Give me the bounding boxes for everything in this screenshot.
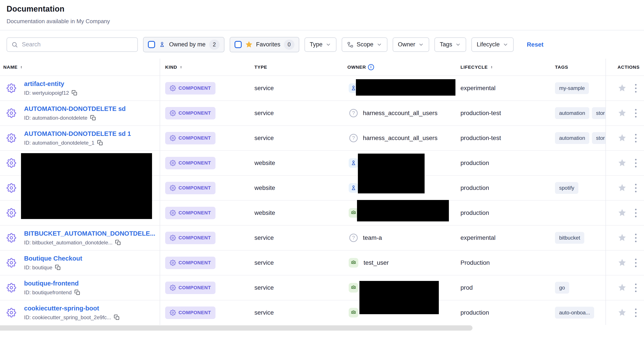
kebab-menu-icon[interactable] [633,283,638,293]
chevron-down-icon [503,42,508,48]
entity-name-block: Boutique CheckoutID: boutique [24,255,82,270]
kebab-menu-icon[interactable] [633,258,638,268]
tags-filter-dropdown[interactable]: Tags [434,38,466,52]
copy-icon[interactable] [72,90,78,96]
favorite-star-icon[interactable] [618,208,627,218]
horizontal-scrollbar-thumb[interactable] [0,325,472,330]
favorite-star-icon[interactable] [618,108,627,118]
scope-filter-dropdown[interactable]: Scope [342,38,388,52]
favorites-count: 0 [284,40,294,50]
copy-icon[interactable] [74,290,80,295]
name-cell: AUTOMATION-DONOTDELETE sd 1ID: automatio… [0,130,160,146]
gear-icon [6,208,16,218]
type-cell: service [254,85,348,92]
actions-cell [606,133,644,143]
lifecycle-filter-dropdown[interactable]: Lifecycle [472,38,514,52]
kebab-menu-icon[interactable] [633,108,638,118]
column-header-type: TYPE [254,64,348,70]
owner-cell: ?harness_account_all_users [348,134,460,142]
favorite-star-icon[interactable] [618,134,627,143]
gear-icon [170,110,176,116]
kind-badge-label: COMPONENT [178,185,211,191]
lifecycle-value: experimental [460,85,496,92]
column-header-kind[interactable]: KIND [160,64,254,70]
question-mark-icon: ? [349,234,358,242]
tags-cell: my-sample [555,82,606,94]
entity-name-block: AUTOMATION-DONOTDELETE sdID: automation-… [24,105,126,121]
kebab-menu-icon[interactable] [633,208,638,218]
name-cell: BITBUCKET_AUTOMATION_DONOTDELE...ID: bit… [0,230,160,246]
user-icon [349,158,358,168]
kebab-menu-icon[interactable] [633,158,638,168]
copy-icon[interactable] [115,240,121,246]
kebab-menu-icon[interactable] [633,183,638,193]
gear-icon [6,133,16,143]
kind-badge: COMPONENT [165,282,216,294]
favorites-filter[interactable]: Favorites 0 [230,37,299,52]
owned-by-me-filter[interactable]: Owned by me 2 [143,37,224,52]
column-header-owner: OWNER i [348,64,460,70]
kebab-menu-icon[interactable] [633,308,638,318]
favorite-star-icon[interactable] [618,233,627,242]
gear-icon [6,283,16,292]
type-value: service [254,309,274,316]
copy-icon[interactable] [97,140,103,146]
kebab-menu-icon[interactable] [633,83,638,94]
column-header-lifecycle[interactable]: LIFECYCLE [460,64,555,70]
entity-name-link[interactable]: AUTOMATION-DONOTDELETE sd 1 [24,130,131,138]
gear-icon [6,183,16,193]
entity-name-link[interactable]: AUTOMATION-DONOTDELETE sd [24,105,126,112]
favorite-star-icon[interactable] [618,84,627,93]
page-header: Documentation Documentation available in… [0,0,644,30]
info-icon[interactable]: i [368,64,374,70]
table-row: BITBUCKET_AUTOMATION_DONOTDELE...ID: bit… [0,225,644,250]
tags-cell: auto-onboa... [555,307,606,318]
favorite-star-icon[interactable] [618,283,627,292]
entity-name-link[interactable]: BITBUCKET_AUTOMATION_DONOTDELE... [24,230,155,237]
lifecycle-value: prod [460,284,473,291]
lifecycle-value: production-test [460,110,501,116]
kind-badge: COMPONENT [165,182,216,194]
search-input[interactable] [22,41,133,48]
copy-icon[interactable] [114,314,120,320]
name-cell: Boutique CheckoutID: boutique [0,255,160,270]
kebab-menu-icon[interactable] [633,133,638,143]
reset-filters-button[interactable]: Reset [527,41,544,48]
entity-name-link[interactable]: Boutique Checkout [24,255,82,262]
chevron-down-icon [418,42,424,48]
sort-arrows-icon [490,64,494,70]
gear-icon [170,285,176,291]
search-icon [12,41,18,48]
favorite-star-icon[interactable] [618,183,627,192]
column-header-tags: TAGS [555,64,606,70]
table-row: boutique-frontendID: boutiquefrontendCOM… [0,275,644,300]
type-filter-dropdown[interactable]: Type [304,38,337,52]
entity-name-link[interactable]: boutique-frontend [24,280,80,287]
actions-cell [606,158,644,168]
gear-icon [6,108,16,118]
favorite-star-icon[interactable] [618,158,627,168]
owned-by-me-checkbox[interactable] [148,41,155,48]
entity-name-block: artifact-entityID: wertyuiopoigf12 [24,80,78,96]
favorites-checkbox[interactable] [234,41,242,48]
favorite-star-icon[interactable] [618,308,627,317]
kind-cell: COMPONENT [160,107,254,120]
favorite-star-icon[interactable] [618,258,627,267]
column-header-name[interactable]: NAME [0,64,160,70]
kebab-menu-icon[interactable] [633,233,638,243]
owner-filter-dropdown[interactable]: Owner [393,38,430,52]
entity-name-link[interactable]: artifact-entity [24,80,78,88]
user-icon [349,183,358,193]
kind-badge: COMPONENT [165,157,216,169]
kind-badge-label: COMPONENT [178,135,211,141]
copy-icon[interactable] [90,115,96,121]
gear-icon [6,158,16,168]
copy-icon[interactable] [55,264,61,270]
entity-name-link[interactable]: cookiecutter-spring-boot [24,305,120,312]
table-row: artifact-entityID: wertyuiopoigf12COMPON… [0,76,644,100]
type-value: website [254,184,275,192]
type-value: service [254,284,274,291]
kind-cell: COMPONENT [160,232,254,244]
chevron-down-icon [376,42,382,48]
table-row: Boutique CheckoutID: boutiqueCOMPONENTse… [0,250,644,275]
